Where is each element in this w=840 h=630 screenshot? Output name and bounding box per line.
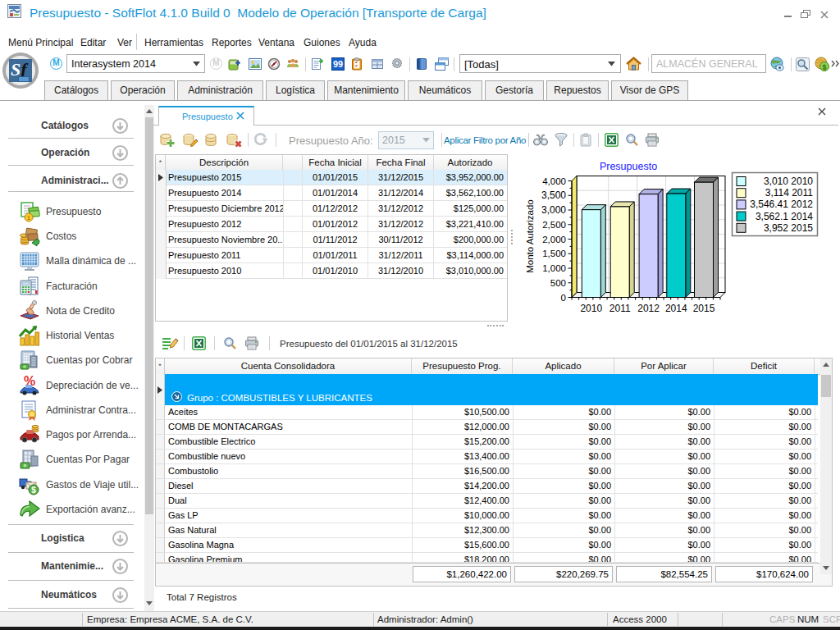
svg-text:3,010 2010: 3,010 2010 bbox=[764, 176, 813, 187]
svg-text:Presupuesto: Presupuesto bbox=[600, 161, 657, 172]
svg-text:1: 1 bbox=[27, 215, 30, 221]
svg-text:3,000: 3,000 bbox=[541, 204, 566, 216]
svg-text:500: 500 bbox=[550, 278, 566, 288]
svg-text:2012: 2012 bbox=[637, 303, 660, 314]
svg-text:$: $ bbox=[822, 63, 826, 71]
svg-text:0: 0 bbox=[561, 293, 566, 303]
svg-text:3,562.1 2014: 3,562.1 2014 bbox=[756, 211, 813, 222]
svg-text:Monto Autorizado: Monto Autorizado bbox=[525, 199, 535, 273]
svg-text:2010: 2010 bbox=[580, 303, 602, 314]
svg-text:3,500: 3,500 bbox=[541, 189, 566, 201]
svg-text:4,000: 4,000 bbox=[542, 176, 566, 186]
svg-text:2,500: 2,500 bbox=[542, 220, 566, 230]
svg-text:2011: 2011 bbox=[609, 303, 631, 314]
svg-text:$: $ bbox=[31, 486, 36, 495]
svg-text:2,000: 2,000 bbox=[542, 235, 566, 244]
svg-text:1,500: 1,500 bbox=[542, 249, 566, 258]
svg-text:2015: 2015 bbox=[693, 303, 715, 314]
svg-text:3,952 2015: 3,952 2015 bbox=[764, 222, 813, 234]
svg-text:2014: 2014 bbox=[665, 303, 687, 314]
svg-text:1,000: 1,000 bbox=[542, 263, 566, 273]
svg-text:3,546.41 2012: 3,546.41 2012 bbox=[750, 199, 813, 210]
svg-text:3,114 2011: 3,114 2011 bbox=[765, 187, 814, 199]
